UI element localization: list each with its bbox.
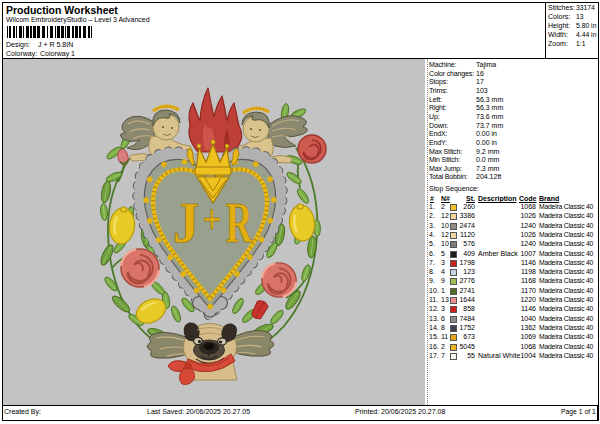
svg-text:J: J xyxy=(173,192,200,255)
svg-text:R: R xyxy=(226,192,253,253)
svg-text:+: + xyxy=(203,195,222,242)
